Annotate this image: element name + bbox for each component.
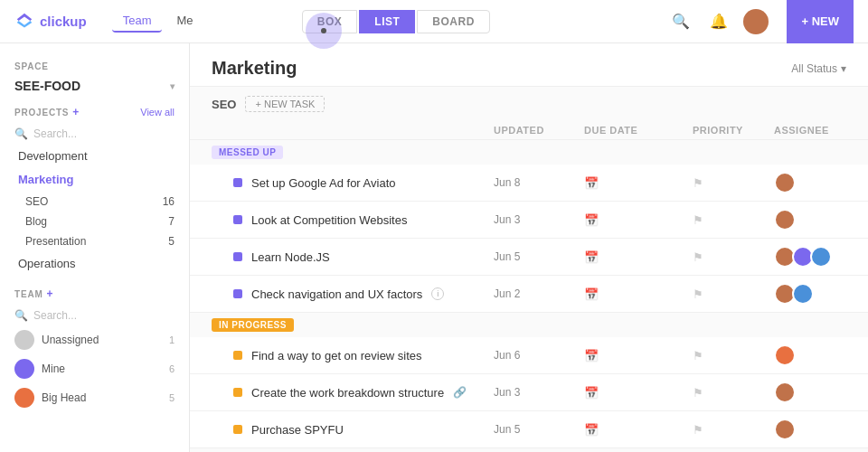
- notifications-btn[interactable]: 🔔: [705, 8, 732, 35]
- status-dot: [233, 215, 242, 224]
- nav-right: 🔍 🔔: [667, 8, 769, 35]
- calendar-icon: 📅: [584, 349, 599, 363]
- priority-cell: ⚑: [693, 349, 774, 363]
- search-btn[interactable]: 🔍: [667, 8, 694, 35]
- status-group-starting: STARTING: [190, 448, 868, 452]
- table-row[interactable]: Create the work breakdown structure 🔗 Ju…: [190, 374, 868, 411]
- avatar-mine: [14, 359, 34, 379]
- top-nav: clickup Team Me BOX LIST BOARD 🔍 🔔 + NEW: [0, 0, 868, 43]
- projects-header: PROJECTS + View all: [0, 100, 189, 124]
- space-chevron: ▾: [170, 81, 175, 91]
- table-row[interactable]: Purchase SPYFU Jun 5 📅 ⚑: [190, 411, 868, 448]
- space-name[interactable]: SEE-FOOD ▾: [0, 75, 189, 100]
- team-search[interactable]: 🔍 Search...: [0, 306, 189, 325]
- projects-search[interactable]: 🔍 Search...: [0, 124, 189, 144]
- due-date-cell: 📅: [584, 176, 693, 190]
- status-badge-in-progress: IN PROGRESS: [212, 318, 294, 332]
- space-label: SPACE: [0, 54, 189, 75]
- sidebar-sub-item-blog[interactable]: Blog 7: [0, 212, 189, 231]
- status-badge-messed-up: MESSED UP: [212, 146, 283, 159]
- col-assignee: ASSIGNEE: [774, 125, 846, 136]
- priority-icon: ⚑: [693, 349, 703, 363]
- table-row[interactable]: Find a way to get on review sites Jun 6 …: [190, 337, 868, 374]
- col-updated: UPDATED: [494, 125, 584, 136]
- due-date-cell: 📅: [584, 213, 693, 227]
- task-name: Set up Google Ad for Aviato: [233, 176, 494, 190]
- avatar: [792, 283, 814, 305]
- table-row[interactable]: Learn Node.JS Jun 5 📅 ⚑: [190, 239, 868, 276]
- priority-cell: ⚑: [693, 213, 774, 227]
- priority-cell: ⚑: [693, 423, 774, 437]
- team-label: TEAM +: [14, 287, 53, 300]
- task-name: Check navigation and UX factors i: [233, 287, 494, 301]
- team-member-unassigned[interactable]: Unassigned 1: [0, 325, 189, 354]
- task-name: Learn Node.JS: [233, 250, 494, 264]
- user-avatar[interactable]: [743, 9, 769, 34]
- status-group-in-progress: IN PROGRESS Find a way to get on review …: [190, 313, 868, 448]
- sidebar-sub-item-seo[interactable]: SEO 16: [0, 192, 189, 212]
- table-header: UPDATED DUE DATE PRIORITY ASSIGNEE: [190, 121, 868, 140]
- assignee-cell: [774, 344, 846, 366]
- link-icon[interactable]: 🔗: [453, 386, 467, 399]
- view-btn-box[interactable]: BOX: [302, 10, 358, 33]
- nav-tab-me[interactable]: Me: [165, 10, 203, 33]
- content-header: Marketing All Status ▾: [190, 43, 868, 87]
- content-area: Marketing All Status ▾ SEO + NEW TASK UP…: [190, 43, 868, 452]
- task-updated: Jun 6: [494, 349, 584, 362]
- sidebar-item-marketing[interactable]: Marketing: [4, 168, 185, 191]
- task-name: Create the work breakdown structure 🔗: [233, 386, 494, 400]
- sidebar-item-operations[interactable]: Operations: [4, 252, 185, 275]
- view-btn-list[interactable]: LIST: [359, 10, 415, 33]
- priority-icon: ⚑: [693, 250, 703, 264]
- view-btn-board[interactable]: BOARD: [417, 10, 490, 33]
- assignee-cell: [774, 209, 846, 231]
- nav-tab-team[interactable]: Team: [112, 10, 163, 33]
- new-task-button[interactable]: + NEW TASK: [245, 96, 325, 112]
- priority-cell: ⚑: [693, 287, 774, 301]
- calendar-icon: 📅: [584, 386, 599, 400]
- avatar: [810, 246, 832, 268]
- logo[interactable]: clickup: [14, 12, 87, 32]
- sidebar-sub-item-presentation[interactable]: Presentation 5: [0, 231, 189, 251]
- info-icon[interactable]: i: [431, 287, 444, 300]
- assignee-cell: [774, 246, 846, 268]
- avatar: [774, 381, 796, 403]
- team-member-mine[interactable]: Mine 6: [0, 354, 189, 383]
- view-toggles: BOX LIST BOARD: [302, 10, 490, 33]
- status-group-messed-up: MESSED UP Set up Google Ad for Aviato Ju…: [190, 140, 868, 313]
- task-updated: Jun 3: [494, 213, 584, 226]
- table-row[interactable]: Set up Google Ad for Aviato Jun 8 📅 ⚑: [190, 165, 868, 202]
- task-updated: Jun 5: [494, 423, 584, 436]
- avatar: [774, 344, 796, 366]
- team-member-bighead[interactable]: Big Head 5: [0, 383, 189, 412]
- search-icon: 🔍: [14, 127, 28, 140]
- seo-section-title: SEO: [212, 98, 236, 111]
- status-dot: [233, 178, 242, 187]
- col-priority: PRIORITY: [693, 125, 774, 136]
- status-dot: [233, 425, 242, 434]
- priority-icon: ⚑: [693, 423, 703, 437]
- view-all-link[interactable]: View all: [140, 107, 175, 118]
- due-date-cell: 📅: [584, 250, 693, 264]
- assignee-cell: [774, 419, 846, 440]
- due-date-cell: 📅: [584, 349, 693, 363]
- add-project-icon[interactable]: +: [72, 106, 80, 118]
- task-updated: Jun 8: [494, 176, 584, 189]
- avatar-bighead: [14, 388, 34, 408]
- page-title: Marketing: [212, 58, 297, 79]
- sidebar-item-development[interactable]: Development: [4, 145, 185, 167]
- task-name: Look at Competition Websites: [233, 213, 494, 227]
- status-dot: [233, 252, 242, 261]
- priority-cell: ⚑: [693, 250, 774, 264]
- assignee-cell: [774, 283, 846, 305]
- status-filter[interactable]: All Status ▾: [791, 62, 846, 75]
- assignee-cell: [774, 381, 846, 403]
- task-name: Purchase SPYFU: [233, 423, 494, 437]
- table-row[interactable]: Check navigation and UX factors i Jun 2 …: [190, 276, 868, 313]
- new-button[interactable]: + NEW: [787, 0, 854, 43]
- due-date-cell: 📅: [584, 386, 693, 400]
- table-row[interactable]: Look at Competition Websites Jun 3 📅 ⚑: [190, 202, 868, 239]
- status-dot: [233, 351, 242, 360]
- add-team-icon[interactable]: +: [47, 287, 54, 300]
- priority-icon: ⚑: [693, 176, 703, 190]
